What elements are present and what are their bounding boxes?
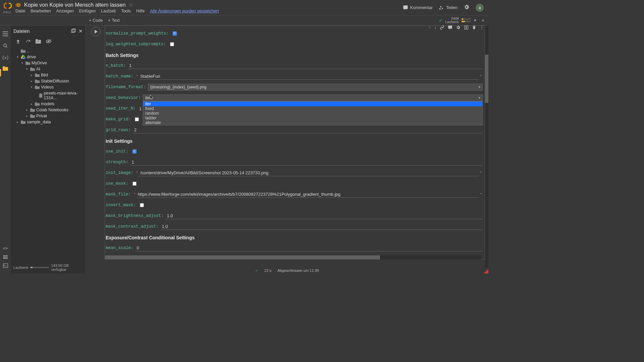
tree-drive[interactable]: ▾drive	[15, 54, 86, 60]
use-init-checkbox[interactable]	[132, 149, 137, 154]
toc-icon[interactable]	[3, 32, 8, 37]
menu-hilfe[interactable]: Hilfe	[136, 9, 145, 13]
menu-datei[interactable]: Datei	[15, 9, 25, 13]
seed-opt-alternate[interactable]: alternate	[143, 120, 482, 125]
share-button[interactable]: Teilen	[439, 5, 458, 10]
seed-behavior-dropdown: iter fixed random ladder alternate	[143, 101, 483, 125]
save-status[interactable]: Alle Änderungen wurden gespeichert	[150, 9, 219, 13]
seed-opt-fixed[interactable]: fixed	[143, 106, 482, 111]
insert-toolbar: +Code +Text ✓ RAMLaufwerk ▼ ʌ	[0, 15, 488, 25]
resource-indicator[interactable]: ✓ RAMLaufwerk ▼ ʌ	[439, 17, 485, 24]
svg-rect-10	[3, 264, 8, 268]
settings-icon[interactable]	[464, 4, 470, 11]
menu-laufzeit[interactable]: Laufzeit	[101, 9, 116, 13]
tree-privat[interactable]: ▸Privat	[25, 113, 86, 119]
mean-scale-field[interactable]	[136, 245, 483, 251]
star-icon[interactable]: ☆	[129, 2, 133, 8]
warning-corner-icon[interactable]	[484, 269, 488, 274]
colab-logo[interactable]: PRO	[3, 1, 12, 14]
seed-opt-ladder[interactable]: ladder	[143, 116, 482, 120]
account-avatar[interactable]: a	[476, 4, 484, 12]
exposure-heading: Exposure/Contrast Conditional Settings	[106, 235, 483, 240]
tree-sample-data[interactable]: ▸sample_data	[15, 119, 86, 125]
batch-heading: Batch Settings	[106, 53, 483, 58]
label-mask-brightness: mask_brightness_adjust:	[106, 214, 164, 218]
mask-contrast-field[interactable]	[161, 223, 483, 230]
move-down-icon[interactable]: ↓	[434, 25, 437, 30]
strength-field[interactable]	[130, 159, 483, 166]
tree-ai[interactable]: ▾AI	[25, 66, 86, 72]
tree-colab[interactable]: ▸Colab Notebooks	[25, 107, 86, 113]
tree-bild[interactable]: ▸Bild	[30, 72, 86, 78]
label-normalize: normalize_prompt_weights:	[106, 31, 169, 36]
menu-bearbeiten[interactable]: Bearbeiten	[31, 9, 51, 13]
invert-mask-checkbox[interactable]	[140, 203, 144, 207]
svg-rect-16	[467, 25, 468, 29]
cell-h-scrollbar[interactable]	[105, 255, 482, 259]
variables-icon[interactable]: {x}	[2, 55, 9, 60]
tree-pexels-file[interactable]: pexels-maxi-leiva-1314...	[34, 90, 86, 101]
header: PRO Kopie von Kopie von Mensch altern la…	[0, 0, 488, 15]
refresh-icon[interactable]	[25, 39, 31, 45]
normalize-checkbox[interactable]	[173, 32, 177, 36]
svg-rect-6	[3, 34, 8, 34]
comment-button[interactable]: Kommentar	[403, 5, 433, 10]
add-code-button[interactable]: +Code	[89, 18, 103, 23]
new-window-icon[interactable]	[71, 28, 76, 34]
files-tab-icon[interactable]	[3, 66, 8, 72]
delete-cell-icon[interactable]	[472, 25, 476, 30]
menu-tools[interactable]: Tools	[121, 9, 131, 13]
label-mask-contrast: mask_contrast_adjust:	[106, 224, 159, 229]
tree-models[interactable]: ▸models	[30, 101, 86, 107]
files-panel-title: Dateien	[13, 28, 71, 34]
use-mask-checkbox[interactable]	[132, 182, 137, 186]
seed-opt-random[interactable]: random	[143, 111, 482, 116]
menu-anzeigen[interactable]: Anzeigen	[56, 9, 74, 13]
resources-dropdown-icon[interactable]: ▼	[474, 19, 477, 22]
mask-brightness-field[interactable]	[166, 213, 483, 219]
link-icon[interactable]	[440, 25, 444, 30]
search-icon[interactable]	[3, 43, 8, 49]
label-grid-rows: grid_rows:	[106, 128, 131, 132]
seed-behavior-select[interactable]: iter▼	[143, 95, 483, 101]
status-bar: ✓ 22 s Abgeschlossen um 11:39	[86, 267, 488, 274]
main-v-scrollbar[interactable]	[485, 25, 488, 267]
label-strength: strength:	[106, 160, 128, 165]
tree-sd[interactable]: ▸StableDiffusion	[30, 78, 86, 84]
batch-name-field[interactable]	[139, 73, 479, 80]
label-seed-behavior: seed_behavior:	[106, 96, 141, 100]
tree-mydrive[interactable]: ▾MyDrive	[20, 60, 86, 66]
label-log-weighted: log_weighted_subprompts:	[106, 42, 166, 47]
grid-rows-field[interactable]	[133, 127, 483, 133]
add-text-button[interactable]: +Text	[108, 18, 119, 23]
filename-format-select[interactable]: {timestring}_{index}_{seed}.png▼	[148, 84, 483, 90]
init-image-field[interactable]	[139, 170, 479, 176]
make-grid-checkbox[interactable]	[135, 117, 139, 121]
tree-videos[interactable]: ▾Videos	[30, 84, 86, 90]
log-weighted-checkbox[interactable]	[170, 42, 174, 46]
mount-drive-icon[interactable]	[36, 39, 41, 45]
more-cell-icon[interactable]: ⋮	[480, 25, 484, 30]
collapse-header-icon[interactable]: ʌ	[482, 18, 484, 22]
cell-settings-icon[interactable]	[456, 25, 461, 30]
move-up-icon[interactable]: ↑	[429, 25, 431, 30]
doc-title[interactable]: Kopie von Kopie von Mensch altern lassen	[24, 2, 125, 8]
seed-iter-n-value: 1	[139, 106, 142, 111]
upload-icon[interactable]	[15, 39, 21, 45]
run-cell-button[interactable]	[91, 27, 101, 36]
seed-opt-iter[interactable]: iter	[143, 102, 482, 106]
comment-cell-icon[interactable]	[448, 25, 452, 30]
terminal-icon[interactable]	[3, 263, 8, 269]
close-panel-icon[interactable]: ✕	[78, 28, 83, 34]
pro-badge: PRO	[3, 11, 11, 14]
menu-einfuegen[interactable]: Einfügen	[79, 9, 96, 13]
mask-file-field[interactable]	[137, 191, 479, 198]
command-palette-icon[interactable]	[3, 255, 8, 259]
toggle-hidden-icon[interactable]	[46, 39, 52, 45]
n-batch-field[interactable]	[128, 62, 483, 69]
status-elapsed: 22 s	[264, 268, 271, 273]
file-tree[interactable]: .. ▾drive ▾MyDrive ▾AI ▸Bild ▸StableDiff…	[11, 48, 86, 262]
mirror-cell-icon[interactable]	[464, 25, 469, 30]
tree-parent[interactable]: ..	[15, 48, 86, 54]
code-snippet-icon[interactable]: <>	[3, 246, 8, 251]
